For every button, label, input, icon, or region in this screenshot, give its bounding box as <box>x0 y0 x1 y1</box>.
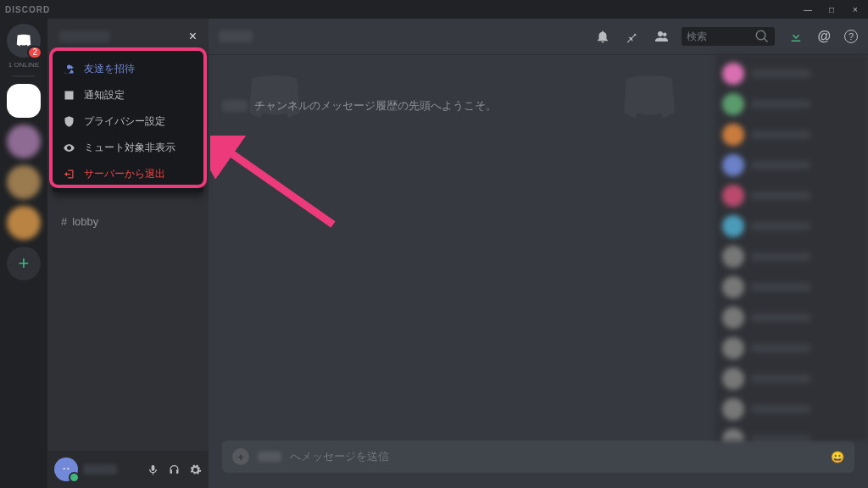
add-server-button[interactable]: + <box>7 247 41 280</box>
guild-item[interactable] <box>7 125 41 158</box>
invite-icon <box>63 63 75 75</box>
server-menu-close-icon[interactable]: × <box>189 29 197 44</box>
member-item[interactable] <box>722 63 861 85</box>
attach-button[interactable]: + <box>232 448 249 465</box>
current-user-avatar[interactable] <box>54 458 78 481</box>
headphones-icon[interactable] <box>168 463 181 476</box>
menu-invite-friends[interactable]: 友達を招待 <box>53 56 203 82</box>
server-dropdown-menu: 友達を招待 通知設定 プライバシー設定 ミュート対象非表示 サーバーから退出 <box>53 51 203 192</box>
member-item[interactable] <box>722 154 861 176</box>
guilds-column: 2 1 ONLINE + <box>0 19 47 488</box>
member-item[interactable] <box>722 124 861 146</box>
member-item[interactable] <box>722 276 861 298</box>
search-placeholder: 検索 <box>687 30 754 44</box>
member-item[interactable] <box>722 246 861 268</box>
leave-icon <box>63 168 75 180</box>
window-close-button[interactable]: × <box>848 5 863 14</box>
discord-logo-icon <box>59 463 73 476</box>
search-box[interactable]: 検索 <box>682 27 775 46</box>
member-item[interactable] <box>722 368 861 390</box>
bell-icon[interactable] <box>595 29 610 44</box>
guild-item[interactable] <box>7 206 41 240</box>
members-icon[interactable] <box>653 29 668 44</box>
eye-off-icon <box>63 141 75 154</box>
message-list: チャンネルのメッセージ履歴の先頭へようこそ。 <box>209 54 715 441</box>
channel-title <box>219 30 253 42</box>
server-header[interactable]: × <box>47 19 209 54</box>
watermark-icon <box>232 64 317 132</box>
member-item[interactable] <box>722 337 861 359</box>
member-item[interactable] <box>722 93 861 115</box>
composer-placeholder: へメッセージを送信 <box>290 449 389 464</box>
window-minimize-button[interactable]: — <box>800 5 815 14</box>
titlebar: DISCORD — □ × <box>0 0 868 19</box>
guild-separator <box>12 75 36 77</box>
home-button[interactable]: 2 <box>7 24 41 58</box>
member-item[interactable] <box>722 398 861 420</box>
chat-area: 検索 @ ? チャンネルのメッセージ履歴の先頭へようこそ。 <box>209 19 868 488</box>
bell-settings-icon <box>63 89 75 102</box>
message-composer[interactable]: + へメッセージを送信 😀 <box>222 441 854 473</box>
mentions-icon[interactable]: @ <box>817 29 831 44</box>
titlebar-brand: DISCORD <box>5 5 50 14</box>
pin-icon[interactable] <box>624 29 639 44</box>
menu-leave-server[interactable]: サーバーから退出 <box>53 161 203 187</box>
channel-name: lobby <box>72 215 98 228</box>
help-icon[interactable]: ? <box>844 30 858 43</box>
hash-icon: # <box>61 215 67 228</box>
menu-label: 通知設定 <box>84 88 125 103</box>
member-item[interactable] <box>722 215 861 237</box>
menu-label: ミュート対象非表示 <box>84 141 175 155</box>
menu-label: 友達を招待 <box>84 62 135 76</box>
guild-item[interactable] <box>7 165 41 199</box>
menu-label: プライバシー設定 <box>84 114 165 129</box>
composer-channel-blur <box>258 452 281 462</box>
chat-header: 検索 @ ? <box>209 19 868 54</box>
online-count: 1 ONLINE <box>8 61 39 69</box>
search-icon <box>754 29 770 44</box>
menu-notification-settings[interactable]: 通知設定 <box>53 82 203 108</box>
menu-privacy-settings[interactable]: プライバシー設定 <box>53 108 203 135</box>
mic-icon[interactable] <box>147 463 159 476</box>
member-item[interactable] <box>722 429 861 441</box>
channel-name-blur <box>222 100 248 112</box>
guild-item[interactable] <box>7 84 41 118</box>
emoji-picker-icon[interactable]: 😀 <box>831 451 844 463</box>
user-panel <box>47 451 209 488</box>
shield-icon <box>63 115 75 128</box>
current-user-name <box>83 464 117 474</box>
window-maximize-button[interactable]: □ <box>824 5 839 14</box>
menu-hide-muted[interactable]: ミュート対象非表示 <box>53 135 203 161</box>
gear-icon[interactable] <box>189 463 202 476</box>
menu-label: サーバーから退出 <box>84 167 165 181</box>
mention-badge: 2 <box>27 46 42 59</box>
member-list <box>715 54 868 441</box>
download-icon[interactable] <box>788 29 804 44</box>
member-item[interactable] <box>722 185 861 207</box>
watermark-icon <box>607 64 692 132</box>
channel-item[interactable]: # lobby <box>54 212 202 231</box>
member-item[interactable] <box>722 307 861 329</box>
server-name <box>59 30 110 42</box>
